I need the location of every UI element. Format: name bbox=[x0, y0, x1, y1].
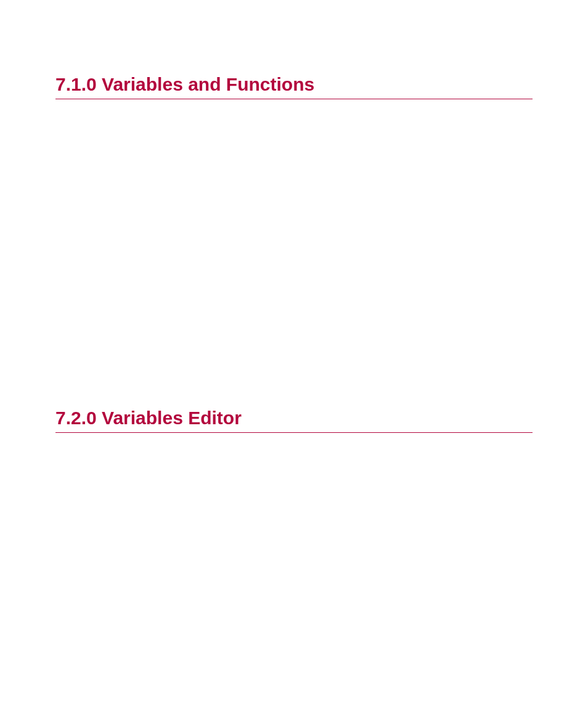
section-heading-variables-and-functions: 7.1.0 Variables and Functions bbox=[55, 74, 533, 99]
section-heading-variables-editor: 7.2.0 Variables Editor bbox=[55, 408, 533, 433]
section-body-spacer bbox=[55, 124, 533, 408]
document-page: 7.1.0 Variables and Functions 7.2.0 Vari… bbox=[0, 0, 588, 433]
